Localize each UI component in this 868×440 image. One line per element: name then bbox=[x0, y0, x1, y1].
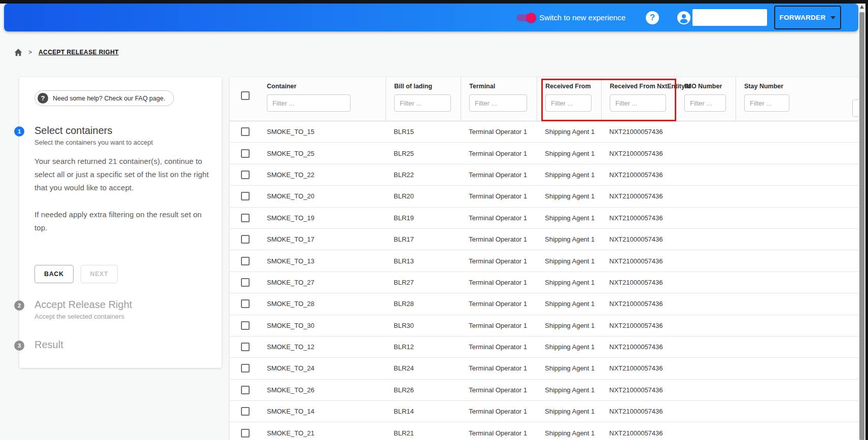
cell-received_from_nxt_entity_id: NXT21000057436 bbox=[601, 429, 676, 437]
cell-terminal: Terminal Operator 1 bbox=[461, 300, 537, 308]
cell-received_from: Shipping Agent 1 bbox=[537, 322, 601, 329]
row-checkbox[interactable] bbox=[241, 407, 250, 416]
cell-container: SMOKE_TO_30 bbox=[259, 322, 386, 329]
cell-received_from: Shipping Agent 1 bbox=[537, 429, 601, 437]
row-checkbox-cell bbox=[230, 407, 259, 416]
cell-bill_of_lading: BLR17 bbox=[386, 235, 461, 243]
row-checkbox-cell bbox=[230, 257, 259, 265]
cell-received_from: Shipping Agent 1 bbox=[537, 192, 601, 200]
cell-bill_of_lading: BLR24 bbox=[386, 364, 461, 372]
step-1-subtitle: Select the containers you want to accept bbox=[34, 139, 207, 146]
column-header-imo_number: IMO Number bbox=[676, 77, 736, 121]
row-checkbox-cell bbox=[230, 364, 259, 373]
table-row: SMOKE_TO_25BLR25Terminal Operator 1Shipp… bbox=[230, 143, 858, 164]
filter-input-imo_number[interactable] bbox=[684, 94, 726, 112]
cell-received_from: Shipping Agent 1 bbox=[537, 300, 601, 308]
cell-bill_of_lading: BLR15 bbox=[386, 128, 461, 136]
row-checkbox[interactable] bbox=[241, 364, 250, 373]
table-row: SMOKE_TO_13BLR13Terminal Operator 1Shipp… bbox=[230, 250, 858, 272]
wizard-sidebar-card: ? Need some help? Check our FAQ page. 1 … bbox=[19, 77, 222, 368]
cell-received_from_nxt_entity_id: NXT21000057436 bbox=[601, 322, 676, 329]
vertical-scrollbar[interactable] bbox=[858, 0, 865, 440]
row-checkbox-cell bbox=[230, 278, 259, 287]
cell-bill_of_lading: BLR28 bbox=[386, 300, 461, 308]
cell-terminal: Terminal Operator 1 bbox=[461, 214, 537, 222]
row-checkbox[interactable] bbox=[241, 321, 250, 330]
row-checkbox[interactable] bbox=[241, 235, 250, 244]
user-account-icon[interactable] bbox=[677, 11, 690, 24]
application-window: Switch to new experience ? FORWARDER > A… bbox=[0, 0, 868, 440]
cell-bill_of_lading: BLR20 bbox=[386, 192, 461, 200]
cell-terminal: Terminal Operator 1 bbox=[461, 429, 537, 437]
cell-bill_of_lading: BLR14 bbox=[386, 408, 461, 415]
cell-terminal: Terminal Operator 1 bbox=[461, 150, 537, 157]
step-2-badge: 2 bbox=[14, 300, 24, 311]
row-checkbox[interactable] bbox=[241, 429, 250, 437]
table-row: SMOKE_TO_20BLR20Terminal Operator 1Shipp… bbox=[230, 186, 858, 207]
filter-input-bill_of_lading[interactable] bbox=[394, 94, 451, 112]
scrollbar-up-arrow-icon[interactable] bbox=[860, 5, 864, 9]
faq-help-pill[interactable]: ? Need some help? Check our FAQ page. bbox=[34, 90, 174, 106]
scrollbar-thumb[interactable] bbox=[859, 12, 864, 440]
column-label: Bill of lading bbox=[394, 82, 461, 90]
row-checkbox-cell bbox=[230, 235, 259, 244]
table-row: SMOKE_TO_24BLR24Terminal Operator 1Shipp… bbox=[230, 358, 858, 379]
back-button[interactable]: BACK bbox=[34, 265, 74, 283]
wizard-step-1: 1 Select containers Select the container… bbox=[34, 125, 207, 146]
containers-table-card: ContainerBill of ladingTerminalReceived … bbox=[230, 77, 858, 440]
row-checkbox-cell bbox=[230, 386, 259, 394]
row-checkbox[interactable] bbox=[241, 278, 250, 287]
row-checkbox-cell bbox=[230, 321, 259, 330]
cell-container: SMOKE_TO_22 bbox=[259, 171, 386, 179]
cell-terminal: Terminal Operator 1 bbox=[461, 235, 537, 243]
row-checkbox-cell bbox=[230, 171, 259, 179]
question-mark-icon: ? bbox=[38, 93, 48, 104]
next-button-disabled[interactable]: NEXT bbox=[81, 265, 118, 283]
column-header-bill_of_lading: Bill of lading bbox=[386, 77, 461, 121]
cell-terminal: Terminal Operator 1 bbox=[461, 322, 537, 329]
table-header-checkbox-cell bbox=[230, 77, 259, 121]
window-frame-right bbox=[865, 0, 868, 440]
row-checkbox[interactable] bbox=[241, 149, 250, 158]
column-label: Terminal bbox=[469, 82, 537, 90]
row-checkbox-cell bbox=[230, 429, 259, 437]
new-experience-toggle[interactable] bbox=[516, 14, 535, 21]
table-header-row: ContainerBill of ladingTerminalReceived … bbox=[230, 77, 858, 121]
row-checkbox[interactable] bbox=[241, 171, 250, 179]
help-icon[interactable]: ? bbox=[646, 11, 659, 24]
row-checkbox[interactable] bbox=[241, 386, 250, 394]
filter-input-stay_number[interactable] bbox=[744, 94, 789, 112]
cell-terminal: Terminal Operator 1 bbox=[461, 171, 537, 179]
filter-input-received_from[interactable] bbox=[545, 94, 592, 112]
breadcrumb-current-link[interactable]: ACCEPT RELEASE RIGHT bbox=[39, 49, 119, 56]
row-checkbox[interactable] bbox=[241, 127, 250, 136]
filter-input-container[interactable] bbox=[267, 94, 351, 112]
row-checkbox[interactable] bbox=[241, 299, 250, 308]
table-row: SMOKE_TO_28BLR28Terminal Operator 1Shipp… bbox=[230, 293, 858, 315]
header-search-input[interactable] bbox=[692, 9, 767, 26]
row-checkbox[interactable] bbox=[241, 214, 250, 222]
column-header-container: Container bbox=[259, 77, 386, 121]
table-row: SMOKE_TO_12BLR12Terminal Operator 1Shipp… bbox=[230, 336, 858, 358]
step-2-title: Accept Release Right bbox=[34, 299, 207, 311]
cell-received_from_nxt_entity_id: NXT21000057436 bbox=[601, 364, 676, 372]
cell-terminal: Terminal Operator 1 bbox=[461, 343, 537, 351]
toggle-knob[interactable] bbox=[526, 13, 536, 23]
role-selector-button[interactable]: FORWARDER bbox=[774, 6, 841, 29]
cell-received_from_nxt_entity_id: NXT21000057436 bbox=[601, 386, 676, 394]
row-checkbox[interactable] bbox=[241, 257, 250, 265]
cell-bill_of_lading: BLR13 bbox=[386, 257, 461, 265]
cell-received_from_nxt_entity_id: NXT21000057436 bbox=[601, 192, 676, 200]
select-all-checkbox[interactable] bbox=[241, 91, 250, 100]
cell-received_from_nxt_entity_id: NXT21000057436 bbox=[601, 343, 676, 351]
cutoff-column-filter-input[interactable] bbox=[852, 99, 858, 117]
chevron-down-icon bbox=[830, 16, 836, 19]
filter-input-received_from_nxt_entity_id[interactable] bbox=[610, 94, 666, 112]
row-checkbox-cell bbox=[230, 343, 259, 351]
row-checkbox[interactable] bbox=[241, 192, 250, 200]
breadcrumb-separator: > bbox=[28, 49, 32, 56]
filter-input-terminal[interactable] bbox=[469, 94, 527, 112]
home-icon[interactable] bbox=[14, 48, 23, 56]
row-checkbox[interactable] bbox=[241, 343, 250, 351]
cell-received_from_nxt_entity_id: NXT21000057436 bbox=[601, 171, 676, 179]
